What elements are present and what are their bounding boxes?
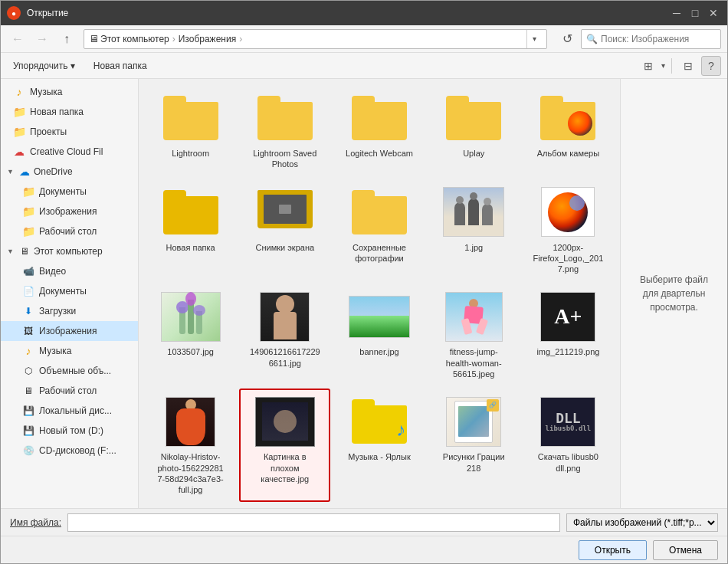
close-button[interactable]: ✕ xyxy=(706,5,721,21)
sidebar-item-music[interactable]: ♪ Музыка xyxy=(1,82,138,102)
file-item-kartinka[interactable]: Картинка в плохом качестве.jpg xyxy=(239,389,330,501)
file-item-saved-photos[interactable]: Сохраненные фотографии xyxy=(333,179,425,281)
file-item-risunki[interactable]: 🔗 Рисунки Грации 218 xyxy=(428,389,520,501)
file-item-nikolay[interactable]: Nikolay-Hristov-photo-156229281 7-58d294… xyxy=(145,389,236,501)
projects-icon: 📁 xyxy=(13,126,25,138)
search-input[interactable] xyxy=(601,34,716,44)
nikolay-label: Nikolay-Hristov-photo-156229281 7-58d294… xyxy=(154,451,227,495)
file-item-uplay[interactable]: Uplay xyxy=(428,85,520,176)
file-item-149061[interactable]: 1490612166172296611.jpg xyxy=(239,284,330,385)
titlebar: ● Открытие ─ □ ✕ xyxy=(1,1,727,25)
sidebar-item-docs-od[interactable]: 📁 Документы xyxy=(1,182,138,202)
logitech-thumb xyxy=(349,91,410,145)
sidebar-label-documents: Документы xyxy=(39,286,87,297)
sidebar-label-docs-od: Документы xyxy=(39,186,87,197)
new-folder-button[interactable]: Новая папка xyxy=(87,55,153,77)
file-item-music-shortcut[interactable]: ♪ Музыка - Ярлык xyxy=(333,389,425,501)
sidebar-item-new-vol[interactable]: 💾 Новый том (D:) xyxy=(1,421,138,441)
risunki-label: Рисунки Грации 218 xyxy=(438,451,510,474)
local-icon: 💾 xyxy=(22,405,34,417)
fitness-label: fitness-jump-health-woman-56615.jpeg xyxy=(438,346,510,379)
address-sep1: › xyxy=(172,34,175,44)
sidebar-label-this-pc: Этот компьютер xyxy=(34,246,103,257)
search-icon: 🔍 xyxy=(586,34,598,44)
new-folder2-thumb xyxy=(160,185,221,239)
dialog-title: Открытие xyxy=(27,8,669,18)
filetype-select[interactable]: Файлы изображений (*.tiff;*p... xyxy=(566,513,718,532)
file-item-banner[interactable]: banner.jpg xyxy=(333,284,425,385)
firefox-thumb xyxy=(537,185,598,239)
sidebar-label-downloads: Загрузки xyxy=(39,306,76,316)
sidebar-item-music2[interactable]: ♪ Музыка xyxy=(1,341,138,361)
sidebar-item-downloads[interactable]: ⬇ Загрузки xyxy=(1,301,138,321)
up-button[interactable]: ↑ xyxy=(56,28,77,50)
maximize-button[interactable]: □ xyxy=(687,5,703,21)
sidebar-item-local[interactable]: 💾 Локальный дис... xyxy=(1,401,138,421)
sidebar-item-new-folder[interactable]: 📁 Новая папка xyxy=(1,102,138,122)
libusb-label: Скачать libusb0 dll.png xyxy=(532,451,605,474)
refresh-button[interactable]: ↺ xyxy=(556,28,578,50)
sidebar-item-video[interactable]: 📹 Видео xyxy=(1,261,138,281)
view-dropdown-button[interactable]: ▾ xyxy=(661,56,665,76)
file-item-1jpg[interactable]: 1.jpg xyxy=(428,179,520,281)
music-icon: ♪ xyxy=(13,86,25,98)
toolbar: ← → ↑ 🖥 Этот компьютер › Изображения › ▾… xyxy=(1,25,727,53)
search-box: 🔍 xyxy=(581,29,721,49)
sidebar-label-video: Видео xyxy=(39,266,66,277)
fitness-thumb xyxy=(443,290,504,343)
open-button[interactable]: Открыть xyxy=(579,540,647,560)
sidebar-item-images-od[interactable]: 📁 Изображения xyxy=(1,202,138,221)
filename-input[interactable] xyxy=(67,513,560,532)
images-od-icon: 📁 xyxy=(22,205,34,218)
file-item-screenshots[interactable]: Снимки экрана xyxy=(239,179,330,281)
view-icon-button[interactable]: ⊞ xyxy=(638,56,658,76)
file-item-fitness[interactable]: fitness-jump-health-woman-56615.jpeg xyxy=(428,284,520,385)
file-item-img211219[interactable]: A+ img_211219.png xyxy=(523,284,614,385)
sidebar-item-desktop[interactable]: 🖥 Рабочий стол xyxy=(1,381,138,401)
risunki-thumb: 🔗 xyxy=(443,395,504,448)
sidebar-label-images: Изображения xyxy=(39,326,97,336)
sidebar-label-projects: Проекты xyxy=(30,126,67,137)
file-item-libusb[interactable]: DLL libusb0.dll Скачать libusb0 dll.png xyxy=(523,389,614,501)
file-item-lightroom-saved[interactable]: Lightroom Saved Photos xyxy=(239,85,330,176)
sidebar-item-cd[interactable]: 💿 CD-дисковод (F:... xyxy=(1,441,138,461)
organize-button[interactable]: Упорядочить ▾ xyxy=(7,55,81,77)
uplay-label: Uplay xyxy=(463,148,484,159)
file-item-1033507[interactable]: 1033507.jpg xyxy=(145,284,236,385)
file-item-new-folder2[interactable]: Новая папка xyxy=(145,179,236,281)
sidebar-item-this-pc[interactable]: ▼ 🖥 Этот компьютер xyxy=(1,241,138,261)
address-bar[interactable]: 🖥 Этот компьютер › Изображения › ▾ xyxy=(84,29,547,49)
music-shortcut-thumb: ♪ xyxy=(349,395,410,448)
sidebar-item-desktop-od[interactable]: 📁 Рабочий стол xyxy=(1,221,138,241)
file-item-lightroom[interactable]: Lightroom xyxy=(145,85,236,176)
address-dropdown-button[interactable]: ▾ xyxy=(526,30,542,48)
sidebar-item-projects[interactable]: 📁 Проекты xyxy=(1,122,138,142)
documents-icon: 📄 xyxy=(22,285,34,297)
minimize-button[interactable]: ─ xyxy=(669,5,684,21)
help-button[interactable]: ? xyxy=(701,56,721,76)
docs-od-icon: 📁 xyxy=(22,185,34,198)
sidebar-item-documents[interactable]: 📄 Документы xyxy=(1,281,138,301)
sidebar-item-3d[interactable]: ⬡ Объемные объ... xyxy=(1,361,138,381)
cancel-button[interactable]: Отмена xyxy=(653,540,718,560)
file-item-firefox[interactable]: 1200px-Firefox_Logo,_2017.png xyxy=(523,179,614,281)
sidebar-item-images[interactable]: 🖼 Изображения xyxy=(1,321,138,341)
lightroom-thumb xyxy=(160,91,221,145)
chrome-icon: ● xyxy=(7,6,21,20)
lightroom-label: Lightroom xyxy=(172,148,209,159)
file-item-logitech[interactable]: Logitech Webcam xyxy=(333,85,425,176)
sidebar-label-new-vol: Новый том (D:) xyxy=(39,425,103,436)
forward-button[interactable]: → xyxy=(31,28,53,50)
file-item-album-cam[interactable]: Альбом камеры xyxy=(523,85,614,176)
sidebar-item-onedrive[interactable]: ▼ ☁ OneDrive xyxy=(1,162,138,182)
preview-text: Выберите файл для двартельн просмотра. xyxy=(633,273,715,314)
saved-photos-label: Сохраненные фотографии xyxy=(343,242,415,264)
back-button[interactable]: ← xyxy=(7,28,28,50)
album-cam-label: Альбом камеры xyxy=(537,148,599,159)
new-vol-icon: 💾 xyxy=(22,425,34,437)
expand-button[interactable]: ⊟ xyxy=(678,56,698,76)
sidebar-item-creative-cloud[interactable]: ☁ Creative Cloud Fil xyxy=(1,142,138,162)
file-area: Lightroom Lightroom Saved Photos xyxy=(139,79,727,508)
address-path: 🖥 Этот компьютер › Изображения › xyxy=(89,33,526,44)
uplay-thumb xyxy=(443,91,504,145)
